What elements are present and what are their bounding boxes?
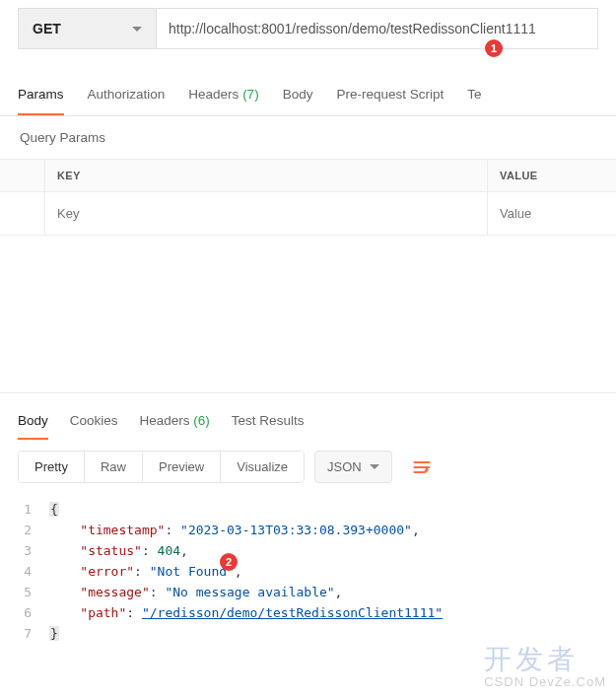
row-value-cell[interactable]	[488, 192, 616, 235]
params-table-head: KEY VALUE	[0, 159, 616, 192]
tab-headers[interactable]: Headers (7)	[188, 77, 258, 115]
tab-tests[interactable]: Te	[467, 77, 481, 115]
body-format-select[interactable]: JSON	[314, 451, 392, 483]
row-checkbox[interactable]	[0, 192, 45, 235]
code-text: }	[49, 623, 59, 644]
line-number: 4	[0, 561, 49, 582]
resp-tab-headers-count: (6)	[193, 413, 210, 428]
resp-tab-cookies[interactable]: Cookies	[70, 403, 118, 440]
tab-params[interactable]: Params	[18, 77, 64, 115]
http-method-label: GET	[33, 21, 61, 36]
row-key-cell[interactable]	[45, 192, 488, 235]
url-input[interactable]	[156, 8, 598, 49]
chevron-down-icon	[370, 464, 379, 469]
watermark-main: 开发者	[484, 644, 579, 674]
line-number: 1	[0, 499, 49, 520]
watermark: 开发者 CSDN DevZe.CoM	[484, 641, 606, 689]
code-text: "timestamp": "2023-03-13T03:33:08.393+00…	[49, 520, 420, 540]
view-mode-group: Pretty Raw Preview Visualize	[18, 451, 305, 483]
code-text: "message": "No message available",	[49, 582, 342, 602]
response-tabs: Body Cookies Headers (6) Test Results	[0, 403, 616, 441]
query-params-title: Query Params	[0, 116, 616, 159]
tab-headers-label: Headers	[188, 87, 239, 102]
annotation-badge-2: 2	[220, 553, 238, 571]
line-number: 5	[0, 582, 49, 602]
response-body-code[interactable]: 1{ 2 "timestamp": "2023-03-13T03:33:08.3…	[0, 491, 616, 644]
resp-tab-tests[interactable]: Test Results	[232, 403, 305, 440]
col-checkbox	[0, 160, 45, 191]
col-key: KEY	[45, 160, 488, 191]
http-method-select[interactable]: GET	[18, 8, 156, 49]
view-pretty-button[interactable]: Pretty	[19, 452, 85, 482]
chevron-down-icon	[132, 27, 142, 32]
code-text: "error": "Not Found",	[49, 561, 242, 582]
code-text: {	[49, 499, 59, 520]
line-number: 6	[0, 602, 49, 623]
view-raw-button[interactable]: Raw	[85, 452, 143, 482]
annotation-badge-1: 1	[485, 39, 503, 57]
param-key-input[interactable]	[57, 206, 475, 221]
watermark-sub: CSDN DevZe.CoM	[484, 674, 606, 689]
table-row	[0, 192, 616, 236]
line-number: 3	[0, 540, 49, 561]
view-visualize-button[interactable]: Visualize	[221, 452, 304, 482]
body-format-label: JSON	[327, 459, 362, 474]
tab-body[interactable]: Body	[283, 77, 313, 115]
resp-tab-body[interactable]: Body	[18, 403, 48, 440]
code-text: "path": "/redisson/demo/testRedissonClie…	[49, 602, 443, 623]
param-value-input[interactable]	[500, 206, 604, 221]
wrap-lines-icon[interactable]	[406, 452, 438, 483]
tab-authorization[interactable]: Authorization	[88, 77, 166, 115]
resp-tab-headers[interactable]: Headers (6)	[140, 403, 210, 440]
request-tabs: Params Authorization Headers (7) Body Pr…	[0, 77, 616, 116]
empty-space	[0, 236, 616, 393]
col-value: VALUE	[488, 160, 616, 191]
body-toolbar: Pretty Raw Preview Visualize JSON	[0, 441, 616, 491]
view-preview-button[interactable]: Preview	[143, 452, 221, 482]
resp-tab-headers-label: Headers	[140, 413, 190, 428]
tab-prerequest[interactable]: Pre-request Script	[336, 77, 444, 115]
tab-headers-count: (7)	[242, 87, 259, 102]
line-number: 7	[0, 623, 49, 644]
line-number: 2	[0, 520, 49, 540]
code-text: "status": 404,	[49, 540, 188, 561]
